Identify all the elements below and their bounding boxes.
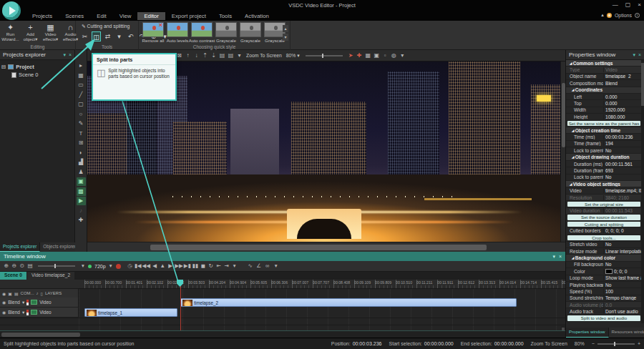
- safe-zone-icon[interactable]: ▣: [373, 51, 381, 60]
- video-effects-button[interactable]: ▦ Video effects▾: [42, 23, 59, 42]
- property-row[interactable]: Crop tools...: [566, 235, 642, 241]
- options-gear-icon[interactable]: [607, 13, 612, 18]
- send-back-icon[interactable]: ⇣: [210, 51, 218, 60]
- screen-capture-icon[interactable]: ▭: [77, 81, 86, 89]
- tl-zoom-in-icon[interactable]: ⊕: [3, 262, 10, 270]
- zoom-value-dropdown[interactable]: 80% ▾: [286, 53, 300, 59]
- stop-icon[interactable]: ◼: [200, 262, 207, 270]
- copy-icon[interactable]: ▤: [14, 291, 19, 296]
- add-video-button[interactable]: ▶: [77, 197, 86, 205]
- line-tool-icon[interactable]: ╱: [77, 91, 86, 99]
- property-row[interactable]: Lock to parent d No: [566, 174, 642, 181]
- run-wizard-button[interactable]: ✦ Run Wizard...: [1, 23, 19, 42]
- scene-caret-icon[interactable]: ▾: [399, 51, 406, 60]
- menu-item[interactable]: Editor: [137, 12, 165, 20]
- blend-mode-dropdown[interactable]: Blend: [8, 300, 20, 305]
- property-row[interactable]: Common settings: [566, 60, 642, 67]
- property-row[interactable]: Lock to parent d No: [566, 147, 642, 154]
- add-object-button[interactable]: + Add object▾: [21, 23, 39, 42]
- clip-timelapse-2[interactable]: timelapse_2: [180, 298, 517, 307]
- subtitles-tool-icon[interactable]: ⊞: [77, 139, 86, 147]
- property-row[interactable]: Top 0.000: [566, 100, 642, 107]
- property-row[interactable]: Object name timelapse_2: [566, 74, 642, 80]
- tl-zoom-out-icon[interactable]: ⊖: [11, 262, 18, 270]
- movement-tool-icon[interactable]: ✚: [77, 216, 86, 225]
- properties-tab[interactable]: Resources window: [609, 328, 644, 338]
- property-row[interactable]: Sound stretching m Tempo change: [566, 295, 642, 302]
- paste-icon[interactable]: ▤: [218, 51, 226, 60]
- chart-tool-icon[interactable]: ▟: [77, 158, 86, 167]
- angle-tool-icon[interactable]: ∠: [255, 262, 263, 270]
- fast-forward-icon[interactable]: ▶▶: [175, 262, 183, 270]
- capture-video-icon[interactable]: ▦: [77, 72, 86, 80]
- status-zoom-plus[interactable]: +: [638, 341, 640, 346]
- info-icon[interactable]: i: [635, 13, 640, 18]
- tl-zoom-fit-icon[interactable]: ⊙: [19, 262, 26, 270]
- blend-mode-dropdown[interactable]: Blend: [8, 310, 20, 315]
- property-row[interactable]: Type Video: [566, 67, 642, 73]
- audio-icon[interactable]: ♪: [36, 291, 39, 295]
- tl-film-icon[interactable]: ▤: [26, 262, 34, 270]
- split-into-parts-button[interactable]: ◫: [92, 31, 101, 41]
- selection-start-icon[interactable]: ⇤: [215, 262, 223, 270]
- track-row-1[interactable]: ◉ Blend ▾ Video: [0, 298, 79, 308]
- cursor-tool-icon[interactable]: ➤: [347, 51, 355, 60]
- rotate-ccw-icon[interactable]: ↶: [126, 31, 135, 41]
- fast-backward-icon[interactable]: ◀◀: [142, 262, 151, 270]
- property-row[interactable]: Set the same size as the parent has: [566, 121, 642, 127]
- menu-item[interactable]: Edit: [90, 12, 112, 20]
- text-tool-icon[interactable]: T: [77, 129, 86, 138]
- pause-icon[interactable]: ▮▮: [192, 262, 199, 270]
- zoom-caret-icon[interactable]: ▾: [79, 262, 87, 270]
- preview-zoom-slider[interactable]: [306, 55, 343, 56]
- grid-icon[interactable]: ▦: [364, 51, 372, 60]
- collapse-ribbon-icon[interactable]: ▴: [601, 12, 604, 18]
- property-row[interactable]: Speed (%) 100: [566, 288, 642, 295]
- step-back-icon[interactable]: ◀: [151, 262, 158, 270]
- tree-expander-icon[interactable]: ⊟: [1, 64, 6, 70]
- selection-end-icon[interactable]: ⇥: [223, 262, 230, 270]
- close-icon[interactable]: ×: [638, 52, 641, 57]
- property-row[interactable]: Duration (frames 693: [566, 167, 642, 174]
- property-row[interactable]: Height 1080.000: [566, 114, 642, 120]
- quick-style-item[interactable]: Auto levels: [166, 22, 189, 43]
- property-row[interactable]: Loop mode Show last frame at th: [566, 275, 642, 282]
- wave-tool-icon[interactable]: ∿: [247, 262, 254, 270]
- property-row[interactable]: Object creation time: [566, 127, 642, 134]
- close-button[interactable]: ×: [638, 1, 641, 8]
- spinner-up-icon[interactable]: ▴: [283, 25, 288, 32]
- menu-item[interactable]: View: [113, 12, 138, 20]
- track-color-icon[interactable]: [26, 310, 29, 315]
- property-row[interactable]: Video timelapse.mp4; ID:: [566, 187, 642, 194]
- property-row[interactable]: Color 0; 0; 0: [566, 268, 642, 275]
- rectangle-tool-icon[interactable]: ▢: [77, 100, 86, 109]
- lock-icon[interactable]: ▣: [8, 291, 12, 296]
- go-start-icon[interactable]: ▮◀: [135, 262, 142, 270]
- property-row[interactable]: Playing backwards No: [566, 282, 642, 288]
- quick-style-item[interactable]: Auto contrast: [190, 22, 213, 43]
- spinner-down-icon[interactable]: ▾: [283, 34, 288, 41]
- marker-tool-icon[interactable]: ✚: [356, 51, 364, 60]
- preview-vertical-scrollbar[interactable]: [560, 62, 565, 242]
- property-row[interactable]: Time (ms) 00:00:03.236: [566, 134, 642, 140]
- trim-icon[interactable]: ⇄: [103, 31, 112, 41]
- close-icon[interactable]: ×: [69, 52, 72, 57]
- pin-icon[interactable]: ▾: [633, 52, 635, 58]
- cursor-position-icon[interactable]: ▲: [159, 262, 166, 270]
- property-row[interactable]: Duration (ms) 00:00:11.561: [566, 161, 642, 167]
- scene-settings-icon[interactable]: ◍: [390, 51, 398, 60]
- menu-item[interactable]: Projects: [26, 12, 59, 20]
- menu-item[interactable]: Scenes: [59, 12, 90, 20]
- add-sprite-button[interactable]: ▩: [77, 187, 86, 196]
- ellipse-tool-icon[interactable]: ○: [77, 110, 86, 119]
- timeline-horizontal-scrollbar[interactable]: [0, 330, 565, 338]
- property-row[interactable]: Split to video and audio: [566, 315, 642, 322]
- property-row[interactable]: Left 0.000: [566, 94, 642, 100]
- property-row[interactable]: Resize mode Linear interpolation: [566, 248, 642, 255]
- close-icon[interactable]: ×: [559, 254, 562, 259]
- trim-caret-icon[interactable]: ▾: [114, 31, 124, 41]
- property-row[interactable]: Video duration 00:00:11.543: [566, 208, 642, 215]
- add-image-button[interactable]: ▣: [77, 177, 86, 186]
- quick-style-item[interactable]: Grayscale: [215, 22, 238, 43]
- zoom-to-screen-label[interactable]: Zoom To Screen: [246, 53, 282, 58]
